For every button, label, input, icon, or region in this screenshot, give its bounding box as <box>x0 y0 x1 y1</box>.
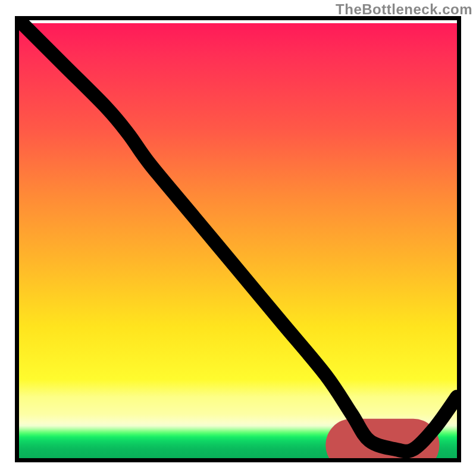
watermark-text: TheBottleneck.com <box>336 1 472 18</box>
plot-frame <box>15 16 461 462</box>
curve-svg <box>19 20 457 458</box>
chart-stage: TheBottleneck.com <box>0 0 476 476</box>
plot-area <box>19 20 457 458</box>
bottleneck-curve-path <box>19 20 457 452</box>
